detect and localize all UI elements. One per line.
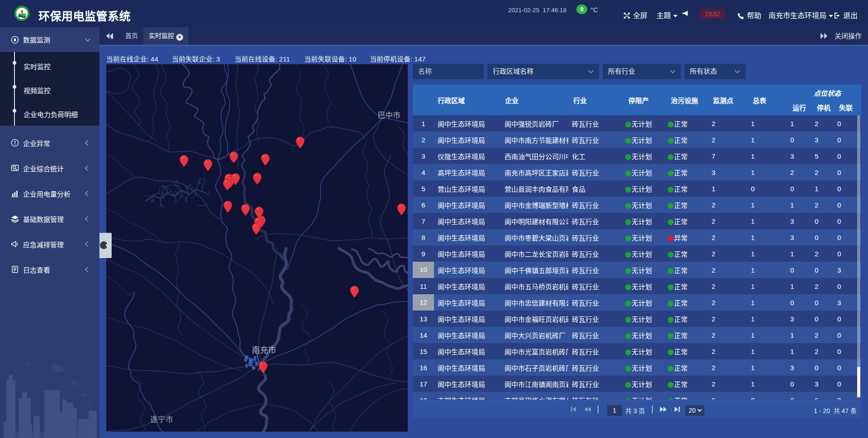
svg-text:巴中市: 巴中市 [377,111,401,120]
svg-text:遂宁市: 遂宁市 [150,415,173,424]
svg-text:南充市: 南充市 [252,346,276,355]
